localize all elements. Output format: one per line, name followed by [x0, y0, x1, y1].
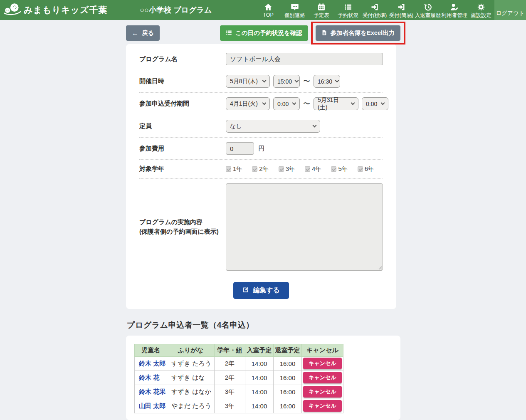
- applicants-card: 児童名 ふりがな 学年・組 入室予定 退室予定 キャンセル 鈴木 太郎 すずき …: [126, 336, 400, 420]
- form-row-program-name: プログラム名: [139, 48, 383, 70]
- form-row-description: プログラムの実施内容 (保護者側の予約画面に表示): [139, 179, 383, 275]
- back-button[interactable]: ← 戻る: [126, 25, 160, 41]
- chevron-down-icon: [313, 124, 317, 128]
- grade-checkbox-3[interactable]: 3年: [279, 165, 295, 173]
- app-logo[interactable]: みまもりキッズ千葉: [0, 0, 111, 20]
- capacity-select[interactable]: なし: [226, 120, 320, 133]
- kana-cell: やまだ たろう: [167, 399, 215, 413]
- nav-item-uketsuke-kani[interactable]: 受付(簡易): [388, 0, 415, 20]
- nav-item-kobetsu-renraku[interactable]: 個別連絡: [282, 0, 308, 20]
- excel-export-button[interactable]: 参加者名簿をExcel出力: [316, 25, 400, 41]
- kana-cell: すずき はな: [167, 371, 215, 385]
- col-header-grade-class: 学年・組: [215, 344, 245, 356]
- chevron-down-icon: [351, 101, 355, 105]
- program-detail-card: プログラム名 開催日時 5月8日(木) 15:00 〜 16:30: [126, 44, 396, 309]
- child-name-link[interactable]: 山田 太郎: [139, 402, 165, 409]
- cancel-button[interactable]: キャンセル: [303, 386, 342, 398]
- nav-item-yoteihyo[interactable]: 予定表: [308, 0, 335, 20]
- entry-time-cell: 14:00: [245, 385, 274, 399]
- grade-cell: 3年: [215, 399, 245, 413]
- table-row: 鈴木 花 すずき はな 2年 14:00 16:00 キャンセル: [135, 371, 343, 385]
- logo-text: みまもりキッズ千葉: [24, 4, 107, 16]
- period-start-time-select[interactable]: 0:00: [273, 97, 300, 110]
- kana-cell: すずき たろう: [167, 356, 215, 371]
- checkbox-checked-icon: [252, 166, 257, 172]
- sign-in-simple-icon: [397, 3, 405, 11]
- event-date-select[interactable]: 5月8日(木): [226, 75, 270, 88]
- checkbox-checked-icon: [305, 166, 310, 172]
- cancel-button[interactable]: キャンセル: [303, 358, 342, 369]
- capacity-label: 定員: [139, 121, 226, 131]
- period-start-date-select[interactable]: 4月1日(火): [226, 97, 270, 110]
- cancel-button[interactable]: キャンセル: [303, 400, 342, 412]
- calendar-icon: [317, 3, 326, 11]
- col-header-kana: ふりがな: [167, 344, 215, 356]
- checkbox-checked-icon: [279, 166, 284, 172]
- child-name-link[interactable]: 鈴木 花: [139, 374, 159, 381]
- check-reservations-button[interactable]: この日の予約状況を確認: [220, 25, 308, 41]
- exit-time-cell: 16:00: [274, 385, 302, 399]
- form-row-event-datetime: 開催日時 5月8日(木) 15:00 〜 16:30: [139, 70, 383, 93]
- form-row-target-grades: 対象学年 1年 2年 3年 4年: [139, 160, 383, 179]
- nav-item-yoyaku-jokyo[interactable]: 予約状況: [335, 0, 361, 20]
- child-name-link[interactable]: 鈴木 花果: [139, 388, 165, 395]
- chevron-down-icon: [262, 101, 267, 105]
- grade-checkbox-4[interactable]: 4年: [305, 165, 321, 173]
- period-end-time-select[interactable]: 0:00: [362, 97, 388, 110]
- event-end-time-select[interactable]: 16:30: [314, 75, 340, 88]
- top-navigation-bar: みまもりキッズ千葉 ○○小学校 プログラム TOP 個別連絡 予定表 予約状況: [0, 0, 526, 20]
- document-icon: [321, 30, 327, 37]
- entry-time-cell: 14:00: [245, 371, 274, 385]
- chevron-down-icon: [335, 79, 339, 83]
- nav-item-shisetsu-settei[interactable]: 施設設定: [468, 0, 494, 20]
- nav-item-uketsuke-hyojun[interactable]: 受付(標準): [361, 0, 388, 20]
- checkbox-checked-icon: [358, 166, 363, 172]
- grade-checkbox-5[interactable]: 5年: [331, 165, 348, 173]
- edit-button[interactable]: 編集する: [233, 282, 289, 299]
- cancel-button[interactable]: キャンセル: [303, 372, 342, 383]
- list-icon: [344, 3, 352, 11]
- event-start-time-select[interactable]: 15:00: [273, 75, 300, 88]
- table-row: 鈴木 太郎 すずき たろう 2年 14:00 16:00 キャンセル: [135, 356, 343, 371]
- table-row: 山田 太郎 やまだ たろう 3年 14:00 16:00 キャンセル: [135, 399, 343, 413]
- program-name-input[interactable]: [226, 53, 383, 65]
- exit-time-cell: 16:00: [274, 356, 302, 371]
- entry-time-cell: 14:00: [245, 399, 274, 413]
- grade-checkbox-2[interactable]: 2年: [252, 165, 269, 173]
- fee-input[interactable]: [226, 142, 254, 155]
- target-grades-label: 対象学年: [139, 164, 226, 174]
- chevron-down-icon: [381, 101, 385, 105]
- grade-cell: 3年: [215, 385, 245, 399]
- applicants-table: 児童名 ふりがな 学年・組 入室予定 退室予定 キャンセル 鈴木 太郎 すずき …: [134, 344, 343, 413]
- back-arrow-icon: ←: [132, 30, 138, 37]
- grade-checkbox-1[interactable]: 1年: [226, 165, 242, 173]
- nav-item-top[interactable]: TOP: [255, 0, 282, 20]
- child-name-link[interactable]: 鈴木 太郎: [139, 360, 165, 367]
- grade-cell: 2年: [215, 356, 245, 371]
- applicants-heading: プログラム申込者一覧（4名申込）: [127, 320, 400, 331]
- nav-item-nyutaishitsu-rireki[interactable]: 入退室履歴: [415, 0, 441, 20]
- gear-icon: [477, 3, 485, 11]
- chevron-down-icon: [292, 101, 296, 105]
- description-textarea[interactable]: [226, 183, 383, 271]
- user-manage-icon: [450, 3, 459, 11]
- table-row: 鈴木 花果 すずき はなか 3年 14:00 16:00 キャンセル: [135, 385, 343, 399]
- event-datetime-label: 開催日時: [139, 77, 226, 86]
- grade-cell: 2年: [215, 371, 245, 385]
- entry-time-cell: 14:00: [245, 356, 274, 371]
- main-nav: TOP 個別連絡 予定表 予約状況 受付(標準): [255, 0, 494, 20]
- description-label: プログラムの実施内容 (保護者側の予約画面に表示): [139, 217, 226, 236]
- grade-checkbox-6[interactable]: 6年: [358, 165, 374, 173]
- logout-button[interactable]: ログアウト: [494, 0, 526, 20]
- home-icon: [264, 3, 272, 11]
- nav-item-riyosha-kanri[interactable]: 利用者管理: [441, 0, 468, 20]
- col-header-child-name: 児童名: [135, 344, 167, 356]
- period-end-date-select[interactable]: 5月31日(土): [314, 97, 358, 110]
- chevron-down-icon: [262, 79, 267, 83]
- tilde-separator: 〜: [303, 99, 310, 109]
- exit-time-cell: 16:00: [274, 371, 302, 385]
- history-icon: [424, 3, 432, 11]
- list-icon: [226, 30, 232, 37]
- tilde-separator: 〜: [303, 77, 310, 86]
- application-period-label: 参加申込受付期間: [139, 99, 226, 109]
